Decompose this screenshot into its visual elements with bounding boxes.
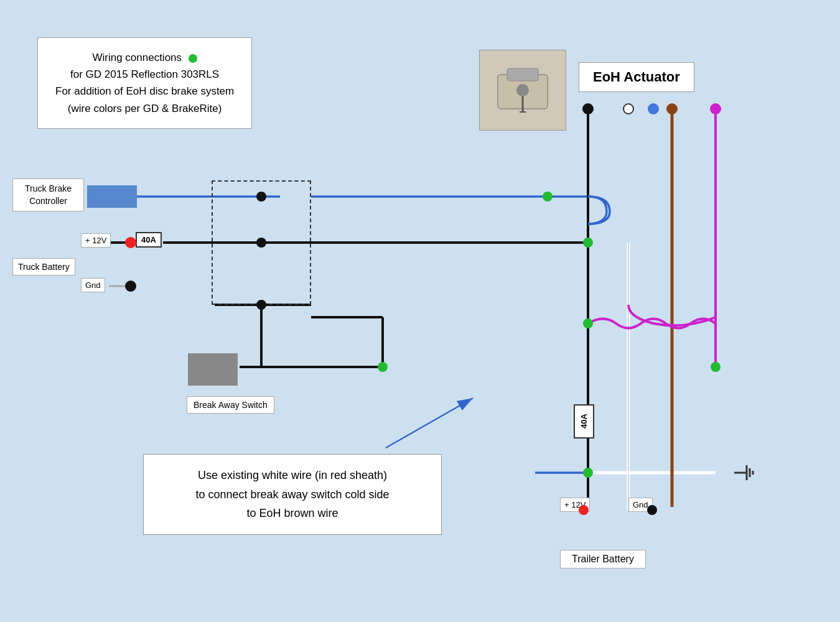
info-line4: (wire colors per GD & BrakeRite) (68, 103, 222, 114)
actuator-magenta-terminal (710, 103, 721, 114)
info-box: Wiring connections for GD 2015 Reflectio… (37, 37, 252, 129)
fuse-trailer: 40A (574, 404, 594, 439)
actuator-white-terminal (623, 103, 634, 114)
info-line3: For addition of EoH disc brake system (55, 85, 234, 97)
fuse-truck: 40A (136, 232, 162, 248)
info-line2: for GD 2015 Reflection 303RLS (70, 68, 219, 80)
junction-black-vertical3 (583, 468, 593, 478)
truck-brake-controller-label: Truck BrakeController (12, 179, 84, 211)
junction-black-vertical2 (583, 318, 593, 328)
junction-black-dashed3 (256, 300, 266, 310)
svg-line-24 (386, 398, 473, 448)
junction-magenta1 (711, 362, 721, 372)
breakaway-switch-label: Break Away Switch (187, 396, 274, 414)
svg-rect-28 (507, 68, 538, 81)
gnd-truck-dot (125, 281, 136, 292)
actuator-brown-terminal (666, 103, 678, 114)
note-line1: Use existing white wire (in red sheath) (198, 469, 387, 481)
gnd-trailer-dot (647, 505, 657, 515)
svg-point-29 (516, 84, 529, 96)
junction-black-vertical1 (583, 238, 593, 248)
info-line1: Wiring connections (92, 52, 182, 63)
note-box: Use existing white wire (in red sheath) … (143, 454, 442, 535)
actuator-black-terminal (582, 103, 594, 114)
breakaway-switch-box (188, 353, 238, 386)
junction-breakaway-out (378, 362, 388, 372)
actuator-blue-terminal (648, 103, 659, 114)
trailer-battery-label: Trailer Battery (560, 550, 646, 569)
eoh-actuator-label: EoH Actuator (579, 62, 694, 92)
note-line3: to EoH brown wire (246, 507, 338, 519)
note-line2: to connect break away switch cold side (195, 488, 389, 501)
truck-battery-label: Truck Battery (12, 258, 75, 276)
plus12v-truck-label: + 12V (81, 233, 111, 248)
plus12v-truck-dot (125, 237, 136, 248)
actuator-image (479, 50, 566, 131)
junction-black-dashed1 (256, 192, 266, 202)
plus12v-trailer-dot (579, 505, 589, 515)
brake-controller-body (87, 185, 137, 208)
junction-blue-right (543, 192, 553, 202)
junction-black-dashed2 (256, 238, 266, 248)
gnd-truck-label: Gnd (81, 278, 105, 292)
green-dot (189, 54, 197, 63)
